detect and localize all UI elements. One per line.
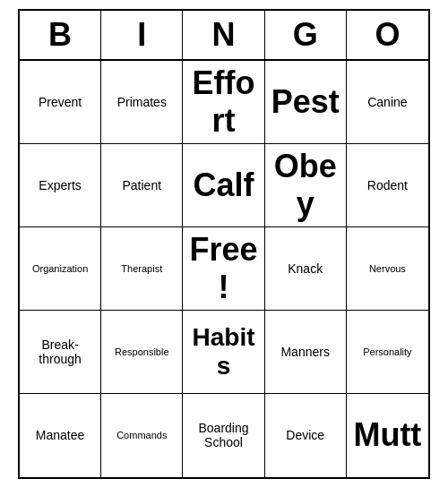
cell-text: Obey bbox=[269, 148, 342, 223]
bingo-cell: Nervous bbox=[347, 227, 428, 311]
bingo-cell: Rodent bbox=[347, 144, 428, 227]
cell-text: Nervous bbox=[369, 263, 406, 274]
bingo-grid: PreventPrimatesEffortPestCanineExpertsPa… bbox=[20, 61, 428, 477]
bingo-cell: Boarding School bbox=[183, 394, 264, 477]
cell-text: Personality bbox=[363, 346, 411, 357]
bingo-cell: Manners bbox=[265, 311, 347, 394]
bingo-cell: Responsible bbox=[101, 311, 183, 394]
bingo-cell: Mutt bbox=[347, 394, 428, 477]
bingo-cell: Primates bbox=[101, 61, 183, 144]
bingo-cell: Experts bbox=[20, 144, 101, 227]
bingo-cell: Therapist bbox=[101, 227, 183, 311]
cell-text: Effort bbox=[186, 64, 260, 140]
bingo-cell: Calf bbox=[183, 144, 264, 227]
cell-text: Calf bbox=[193, 167, 254, 204]
cell-text: Therapist bbox=[121, 263, 162, 274]
cell-text: Canine bbox=[367, 95, 407, 109]
cell-text: Primates bbox=[117, 95, 167, 109]
cell-text: Device bbox=[286, 428, 324, 442]
bingo-cell: Commands bbox=[101, 394, 183, 477]
cell-text: Manatee bbox=[36, 428, 84, 442]
cell-text: Patient bbox=[122, 178, 161, 192]
bingo-cell: Canine bbox=[347, 61, 428, 144]
bingo-header: BINGO bbox=[20, 11, 428, 61]
bingo-cell: Knack bbox=[265, 227, 347, 311]
cell-text: Mutt bbox=[353, 416, 421, 454]
cell-text: Boarding School bbox=[186, 421, 260, 449]
cell-text: Break-through bbox=[23, 337, 97, 366]
bingo-cell: Effort bbox=[183, 61, 264, 144]
header-letter: N bbox=[183, 11, 264, 59]
bingo-cell: Prevent bbox=[20, 61, 101, 144]
cell-text: Habits bbox=[186, 323, 260, 380]
cell-text: Organization bbox=[32, 263, 88, 274]
cell-text: Experts bbox=[39, 178, 81, 192]
bingo-cell: Obey bbox=[265, 144, 347, 227]
bingo-cell: Personality bbox=[347, 311, 428, 394]
bingo-cell: Organization bbox=[20, 227, 101, 311]
bingo-cell: Habits bbox=[183, 311, 264, 394]
cell-text: Commands bbox=[116, 430, 167, 440]
cell-text: Rodent bbox=[367, 178, 408, 192]
cell-text: Prevent bbox=[39, 95, 82, 109]
cell-text: Pest bbox=[271, 83, 340, 121]
bingo-cell: Free! bbox=[183, 227, 264, 311]
bingo-cell: Device bbox=[265, 394, 347, 477]
bingo-cell: Pest bbox=[265, 61, 347, 144]
bingo-card: BINGO PreventPrimatesEffortPestCanineExp… bbox=[18, 9, 430, 479]
header-letter: G bbox=[265, 11, 347, 59]
header-letter: O bbox=[347, 11, 428, 59]
bingo-cell: Patient bbox=[101, 144, 183, 227]
cell-text: Manners bbox=[280, 345, 329, 359]
header-letter: I bbox=[101, 11, 183, 59]
bingo-cell: Manatee bbox=[20, 394, 101, 477]
cell-text: Free! bbox=[186, 231, 260, 306]
bingo-cell: Break-through bbox=[20, 311, 101, 394]
header-letter: B bbox=[20, 11, 101, 59]
cell-text: Knack bbox=[288, 261, 323, 276]
cell-text: Responsible bbox=[115, 346, 169, 357]
